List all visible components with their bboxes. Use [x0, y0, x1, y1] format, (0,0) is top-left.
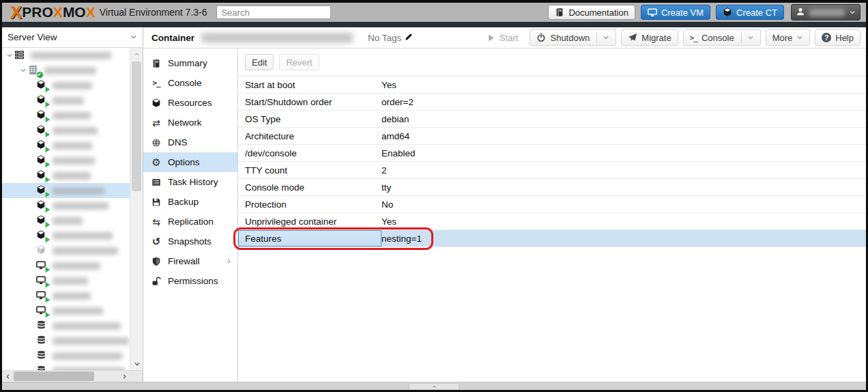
expand-log-panel-handle[interactable]	[409, 383, 459, 390]
running-play-icon	[44, 296, 51, 303]
option-row-console-mode[interactable]: Console modetty	[238, 179, 866, 196]
option-row-os-type[interactable]: OS Typedebian	[238, 111, 866, 128]
start-label: Start	[500, 33, 518, 43]
menu-item-snapshots[interactable]: ↺Snapshots	[143, 232, 237, 251]
shutdown-button[interactable]: Shutdown	[530, 29, 616, 46]
tree-item-ct-running[interactable]	[2, 78, 131, 93]
edit-label: Edit	[252, 57, 267, 68]
menu-item-task-history[interactable]: Task History	[143, 172, 237, 192]
start-button[interactable]: Start	[480, 29, 525, 46]
expand-up-icon	[431, 384, 437, 389]
option-value: debian	[381, 114, 866, 124]
tree-item-ct-running[interactable]	[2, 198, 131, 213]
scroll-right-icon[interactable]	[119, 371, 130, 382]
tree-item-ct-running[interactable]	[2, 123, 131, 138]
option-value: Yes	[381, 216, 866, 227]
tree-item-storage[interactable]	[2, 348, 131, 363]
option-row-start-shutdown-order[interactable]: Start/Shutdown orderorder=2	[238, 94, 866, 111]
tree-item-node[interactable]	[2, 63, 131, 78]
tree-item-vm-running[interactable]	[2, 273, 131, 288]
more-button[interactable]: More	[766, 29, 811, 46]
user-menu[interactable]	[791, 4, 860, 20]
menu-item-label: Network	[168, 117, 202, 128]
search-input[interactable]	[216, 5, 331, 19]
chevron-down-icon	[849, 8, 856, 18]
menu-item-console[interactable]: >_Console	[143, 73, 237, 93]
tags-editor[interactable]: No Tags	[368, 32, 414, 43]
option-label: OS Type	[238, 111, 381, 127]
header-divider	[2, 22, 866, 27]
console-label: Console	[701, 33, 734, 43]
migrate-button[interactable]: Migrate	[621, 29, 678, 46]
tree-item-storage[interactable]	[2, 333, 131, 348]
chevron-down-icon	[130, 33, 137, 40]
menu-item-dns[interactable]: DNS	[143, 132, 237, 152]
play-icon	[487, 33, 495, 42]
running-play-icon	[44, 236, 51, 243]
redacted-label	[53, 292, 91, 300]
tree-item-vm-running[interactable]	[2, 258, 131, 273]
option-row-tty-count[interactable]: TTY count2	[238, 162, 866, 179]
log-panel-splitter[interactable]	[2, 382, 866, 390]
menu-item-label: DNS	[168, 137, 188, 148]
tree-item-storage[interactable]	[2, 318, 131, 333]
create-vm-button[interactable]: Create VM	[641, 5, 710, 20]
tree-item-vm-running[interactable]	[2, 288, 131, 303]
tree-item-ct-running[interactable]	[2, 93, 131, 108]
tree-item-ct-running[interactable]	[2, 168, 131, 183]
scroll-right-icon	[121, 374, 128, 380]
proxmox-logo[interactable]: X PROXMOX	[10, 4, 96, 20]
tree-item-storage[interactable]	[2, 363, 131, 370]
view-selector[interactable]: Server View	[2, 27, 143, 48]
tree-vertical-scrollbar[interactable]	[130, 48, 143, 370]
menu-item-summary[interactable]: Summary	[143, 53, 237, 73]
tree-horizontal-scrollbar[interactable]	[2, 370, 143, 382]
scrollbar-thumb[interactable]	[14, 372, 94, 381]
option-row--dev-console[interactable]: /dev/consoleEnabled	[238, 145, 866, 162]
console-button[interactable]: >_Console	[683, 29, 761, 46]
tree-item-ct-running[interactable]	[2, 153, 131, 168]
option-row-protection[interactable]: ProtectionNo	[238, 196, 866, 213]
option-row-unprivileged-container[interactable]: Unprivileged containerYes	[238, 213, 866, 230]
tree-item-ct-running-selected[interactable]	[2, 183, 131, 198]
redacted-label	[53, 187, 104, 195]
tree-item-ct-running[interactable]	[2, 138, 131, 153]
view-selector-label: Server View	[8, 32, 57, 42]
scroll-left-icon[interactable]	[2, 371, 14, 382]
help-button[interactable]: ?Help	[815, 29, 860, 46]
cube-icon	[151, 98, 161, 108]
menu-item-resources[interactable]: Resources	[143, 93, 237, 113]
tree-expander-icon	[6, 52, 13, 59]
menu-item-permissions[interactable]: Permissions	[143, 271, 237, 291]
option-label: Console mode	[238, 179, 381, 195]
create-ct-button[interactable]: Create CT	[716, 5, 784, 20]
tree-item-vm-running[interactable]	[2, 303, 131, 318]
menu-item-firewall[interactable]: Firewall	[143, 251, 237, 271]
more-label: More	[772, 33, 793, 43]
option-row-architecture[interactable]: Architectureamd64	[238, 128, 866, 145]
revert-button[interactable]: Revert	[279, 54, 319, 70]
scrollbar-thumb[interactable]	[132, 61, 141, 191]
globe-icon	[151, 138, 161, 148]
scroll-up-icon	[134, 52, 140, 57]
tree-item-ct-running[interactable]	[2, 213, 131, 228]
redacted-label	[53, 112, 91, 120]
option-row-features[interactable]: Featuresnesting=1	[238, 230, 866, 247]
tree-item-datacenter[interactable]	[2, 48, 131, 63]
redacted-label	[53, 262, 100, 270]
tree-item-ct-stopped[interactable]	[2, 243, 131, 258]
menu-item-replication[interactable]: ⇆Replication	[143, 212, 237, 232]
menu-item-network[interactable]: ⇄Network	[143, 113, 237, 132]
option-row-start-at-boot[interactable]: Start at bootYes	[238, 76, 866, 94]
scroll-up-button[interactable]	[130, 48, 143, 61]
tree-item-ct-running[interactable]	[2, 108, 131, 123]
documentation-button[interactable]: Documentation	[548, 5, 635, 20]
tree-item-ct-running[interactable]	[2, 228, 131, 243]
redacted-label	[53, 352, 122, 360]
edit-button[interactable]: Edit	[245, 54, 274, 70]
scroll-down-button[interactable]	[130, 357, 143, 370]
redacted-label	[53, 307, 103, 315]
revert-label: Revert	[286, 57, 312, 68]
menu-item-backup[interactable]: Backup	[143, 192, 237, 212]
menu-item-options[interactable]: ⚙Options	[143, 152, 237, 172]
